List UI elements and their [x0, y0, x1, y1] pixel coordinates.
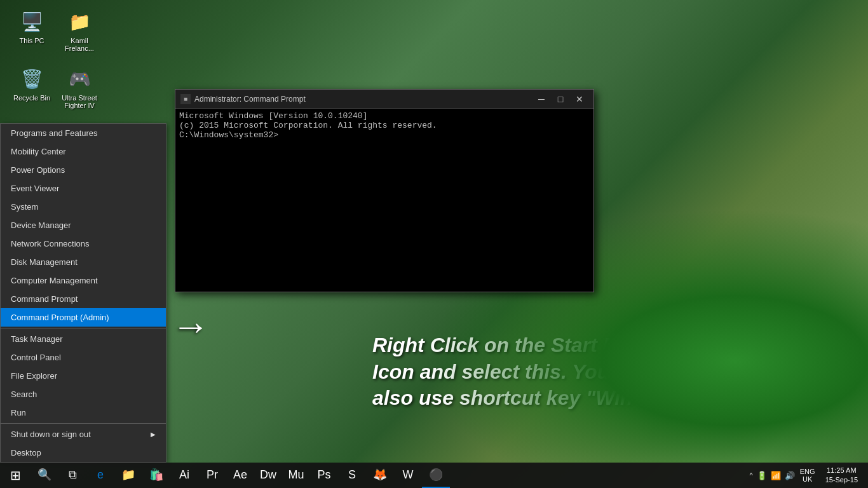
desktop-icon-this-pc[interactable]: 🖥️ This PC: [6, 6, 57, 47]
menu-item-command-prompt-admin[interactable]: Command Prompt (Admin): [1, 308, 166, 327]
lang-region: UK: [803, 475, 812, 483]
icon-label-ultra-street: Ultra Street Fighter IV: [57, 94, 102, 109]
menu-item-label: File Explorer: [11, 371, 57, 381]
menu-item-label: Command Prompt (Admin): [11, 313, 109, 322]
icon-label-this-pc: This PC: [19, 37, 44, 44]
menu-item-system[interactable]: System: [1, 198, 166, 216]
menu-item-label: Network Connections: [11, 239, 90, 248]
cmd-maximize-button[interactable]: □: [552, 93, 569, 105]
cmd-minimize-button[interactable]: ─: [532, 93, 550, 105]
menu-item-file-explorer[interactable]: File Explorer: [1, 367, 166, 385]
menu-item-label: Power Options: [11, 165, 65, 175]
icon-image-kamil: 📁: [67, 9, 92, 34]
taskbar-icon-glyph-muse: Mu: [288, 468, 304, 482]
icon-image-ultra-street: 🎮: [67, 66, 92, 92]
menu-item-command-prompt[interactable]: Command Prompt: [1, 290, 166, 308]
system-tray: ^ 🔋 📶 🔊: [750, 471, 795, 480]
taskbar: ⊞ 🔍⧉e📁🛍️AiPrAeDwMuPsS🦊W⚫ ^ 🔋 📶 🔊 ENG UK …: [0, 463, 868, 488]
desktop-icon-recycle-bin[interactable]: 🗑️ Recycle Bin: [6, 64, 57, 104]
menu-item-disk-management[interactable]: Disk Management: [1, 253, 166, 271]
clock-date: 15-Sep-15: [825, 475, 858, 485]
menu-item-task-manager[interactable]: Task Manager: [1, 330, 166, 348]
taskbar-icon-firefox[interactable]: 🦊: [366, 463, 394, 488]
taskbar-icon-store[interactable]: 🛍️: [142, 463, 170, 488]
clock-time: 11:25 AM: [827, 466, 856, 475]
lang-label: ENG: [800, 468, 815, 475]
icon-image-this-pc: 🖥️: [19, 9, 44, 34]
clock[interactable]: 11:25 AM 15-Sep-15: [820, 466, 863, 485]
taskbar-icon-glyph-after-effects: Ae: [233, 468, 247, 482]
taskbar-icon-glyph-illustrator: Ai: [179, 468, 189, 482]
tray-network-icon: 📶: [771, 471, 781, 480]
menu-item-mobility-center[interactable]: Mobility Center: [1, 142, 166, 161]
annotation-text: Right Click on the Start Menu Icon and s…: [372, 332, 690, 412]
taskbar-icon-explorer[interactable]: 📁: [114, 463, 142, 488]
taskbar-icon-illustrator[interactable]: Ai: [170, 463, 198, 488]
cmd-icon: ■: [180, 94, 191, 104]
menu-item-label: Disk Management: [11, 257, 78, 267]
submenu-arrow-icon: ▶: [151, 431, 156, 438]
desktop: 🖥️ This PC 📁 KamilFrelanc... 🗑️ Recycle …: [0, 0, 868, 488]
taskbar-icon-photoshop[interactable]: Ps: [310, 463, 338, 488]
menu-separator-17: [1, 423, 166, 424]
menu-item-label: Computer Management: [11, 276, 98, 285]
taskbar-icon-glyph-edge: e: [97, 468, 104, 482]
taskbar-icon-glyph-skype: S: [348, 468, 356, 482]
taskbar-icon-glyph-word: W: [403, 468, 414, 482]
arrow-icon: ←: [172, 304, 210, 348]
cmd-line1: Microsoft Windows [Version 10.0.10240]: [179, 111, 590, 121]
menu-item-run[interactable]: Run: [1, 403, 166, 422]
taskbar-icon-edge[interactable]: e: [86, 463, 114, 488]
menu-item-label: Search: [11, 390, 37, 399]
taskbar-icon-word[interactable]: W: [394, 463, 422, 488]
taskbar-icon-after-effects[interactable]: Ae: [226, 463, 254, 488]
cmd-titlebar: ■ Administrator: Command Prompt ─ □ ✕: [175, 90, 593, 109]
cmd-body[interactable]: Microsoft Windows [Version 10.0.10240] (…: [175, 109, 593, 292]
menu-item-control-panel[interactable]: Control Panel: [1, 348, 166, 367]
taskbar-icon-muse[interactable]: Mu: [282, 463, 310, 488]
taskbar-icon-search[interactable]: 🔍: [31, 463, 58, 488]
menu-item-desktop[interactable]: Desktop: [1, 444, 166, 462]
menu-item-label: Programs and Features: [11, 128, 98, 138]
taskbar-icons: 🔍⧉e📁🛍️AiPrAeDwMuPsS🦊W⚫: [31, 463, 450, 488]
menu-item-label: System: [11, 202, 38, 212]
cmd-title-left: ■ Administrator: Command Prompt: [180, 94, 306, 104]
menu-item-power-options[interactable]: Power Options: [1, 161, 166, 179]
taskbar-icon-task-view[interactable]: ⧉: [58, 463, 86, 488]
menu-item-label: Shut down or sign out: [11, 430, 91, 439]
taskbar-icon-glyph-photoshop: Ps: [317, 468, 330, 482]
menu-item-shut-down-or-sign-out[interactable]: Shut down or sign out▶: [1, 425, 166, 444]
context-menu: Programs and FeaturesMobility CenterPowe…: [0, 123, 166, 463]
menu-item-device-manager[interactable]: Device Manager: [1, 216, 166, 234]
taskbar-icon-dreamweaver[interactable]: Dw: [254, 463, 282, 488]
desktop-icon-kamil[interactable]: 📁 KamilFrelanc...: [54, 6, 105, 55]
taskbar-icon-glyph-search: 🔍: [37, 468, 51, 482]
cmd-line2: (c) 2015 Microsoft Corporation. All righ…: [179, 121, 590, 130]
menu-item-search[interactable]: Search: [1, 385, 166, 403]
taskbar-icon-cmd2[interactable]: ⚫: [422, 463, 450, 488]
tray-chevron[interactable]: ^: [750, 471, 753, 479]
tray-volume-icon: 🔊: [785, 471, 795, 480]
cmd-controls: ─ □ ✕: [532, 93, 588, 105]
menu-item-event-viewer[interactable]: Event Viewer: [1, 179, 166, 198]
cmd-line4: C:\Windows\system32>: [179, 130, 590, 140]
cmd-window[interactable]: ■ Administrator: Command Prompt ─ □ ✕ Mi…: [175, 89, 594, 292]
icon-label-kamil: KamilFrelanc...: [65, 37, 94, 52]
lang-block[interactable]: ENG UK: [797, 468, 818, 483]
icon-image-recycle-bin: 🗑️: [19, 66, 44, 92]
tray-battery-icon: 🔋: [757, 471, 767, 480]
desktop-icon-ultra-street[interactable]: 🎮 Ultra Street Fighter IV: [54, 64, 105, 112]
menu-item-label: Task Manager: [11, 334, 63, 344]
menu-separator-11: [1, 328, 166, 329]
taskbar-icon-premiere[interactable]: Pr: [198, 463, 226, 488]
menu-item-programs-and-features[interactable]: Programs and Features: [1, 124, 166, 142]
taskbar-icon-glyph-explorer: 📁: [121, 468, 135, 482]
cmd-title-text: Administrator: Command Prompt: [194, 95, 306, 104]
taskbar-icon-glyph-cmd2: ⚫: [429, 468, 443, 482]
menu-item-network-connections[interactable]: Network Connections: [1, 234, 166, 253]
taskbar-icon-skype[interactable]: S: [338, 463, 366, 488]
menu-item-computer-management[interactable]: Computer Management: [1, 271, 166, 290]
start-button[interactable]: ⊞: [0, 463, 31, 488]
cmd-close-button[interactable]: ✕: [571, 93, 588, 105]
menu-item-label: Mobility Center: [11, 147, 66, 156]
